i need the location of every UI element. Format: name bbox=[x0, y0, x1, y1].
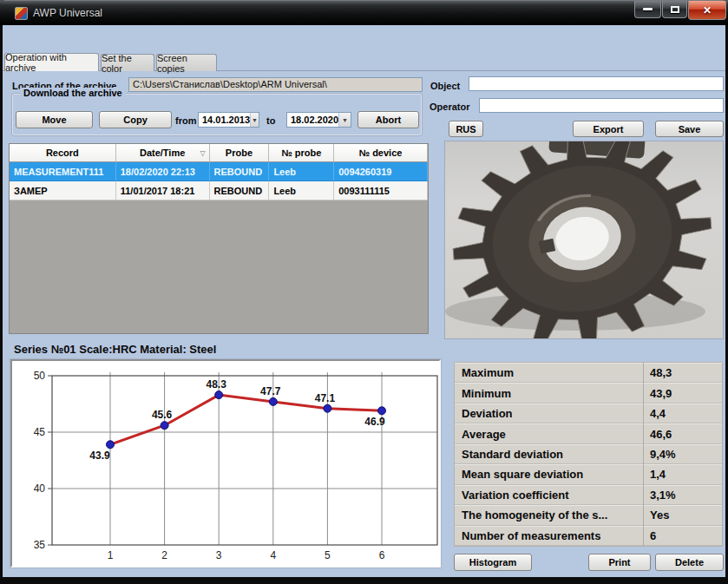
to-date-value: 18.02.2020 bbox=[287, 115, 338, 125]
stats-table[interactable]: Maximum48,3Minimum43,9Deviation4,4Averag… bbox=[454, 362, 723, 547]
histogram-button[interactable]: Histogram bbox=[454, 554, 532, 571]
table-cell[interactable]: REBOUND bbox=[210, 162, 270, 181]
stat-label: Minimum bbox=[455, 383, 643, 403]
stat-value: 43,9 bbox=[643, 383, 722, 403]
measurement-chart[interactable]: 3540455012345643.945.648.347.747.146.9 bbox=[10, 359, 441, 568]
from-date-select[interactable]: 14.01.2013 ▼ bbox=[198, 112, 259, 128]
stat-row[interactable]: Deviation4,4 bbox=[455, 404, 722, 423]
svg-text:4: 4 bbox=[270, 549, 276, 561]
stat-value: 6 bbox=[643, 526, 722, 546]
table-cell[interactable]: 0094260319 bbox=[334, 162, 428, 181]
from-label: from bbox=[175, 115, 196, 126]
close-button[interactable]: ✕ bbox=[688, 1, 726, 20]
window-title: AWP Universal bbox=[33, 7, 102, 19]
table-header-cell[interactable]: Probe bbox=[210, 144, 270, 162]
table-cell[interactable]: Leeb bbox=[269, 181, 334, 200]
tab-operation-with-archive[interactable]: Operation with archive bbox=[4, 53, 99, 71]
svg-text:50: 50 bbox=[34, 370, 46, 382]
minimize-icon bbox=[643, 8, 653, 10]
svg-text:3: 3 bbox=[216, 549, 222, 561]
from-date-value: 14.01.2013 bbox=[199, 115, 250, 125]
svg-text:40: 40 bbox=[34, 482, 46, 495]
move-button[interactable]: Move bbox=[16, 111, 93, 128]
save-button[interactable]: Save bbox=[655, 121, 724, 137]
svg-text:47.1: 47.1 bbox=[315, 392, 336, 404]
stat-row[interactable]: Mean square deviation1,4 bbox=[455, 464, 722, 484]
object-field[interactable] bbox=[469, 76, 724, 91]
minimize-button[interactable] bbox=[634, 1, 661, 18]
table-row[interactable]: ЗАМЕР11/01/2017 18:21REBOUNDLeeb00931111… bbox=[10, 181, 428, 200]
milling-cutter-image bbox=[445, 141, 724, 339]
app-window: AWP Universal ✕ Operation with archive S… bbox=[0, 0, 728, 584]
records-table[interactable]: RecordDate/Time▽Probe№ probe№ deviceMEAS… bbox=[9, 143, 429, 334]
maximize-icon bbox=[671, 6, 679, 13]
stat-row[interactable]: Maximum48,3 bbox=[455, 363, 722, 383]
client-area: Operation with archive Set the color Scr… bbox=[3, 25, 725, 577]
stat-label: Maximum bbox=[455, 363, 643, 383]
stat-label: Variation coefficient bbox=[455, 485, 643, 505]
stat-row[interactable]: Number of measurements6 bbox=[455, 526, 722, 546]
tab-set-the-color[interactable]: Set the color bbox=[101, 54, 154, 71]
stat-value: 1,4 bbox=[643, 464, 722, 484]
stat-label: Number of measurements bbox=[455, 526, 643, 546]
close-icon: ✕ bbox=[703, 5, 712, 16]
svg-text:2: 2 bbox=[161, 549, 167, 561]
svg-text:46.9: 46.9 bbox=[364, 416, 385, 428]
titlebar[interactable]: AWP Universal ✕ bbox=[0, 0, 728, 25]
table-header-row: RecordDate/Time▽Probe№ probe№ device bbox=[10, 144, 428, 162]
series-title: Series №01 Scale:HRC Material: Steel bbox=[14, 343, 216, 356]
export-button[interactable]: Export bbox=[573, 121, 644, 137]
rus-button[interactable]: RUS bbox=[449, 121, 483, 137]
object-label: Object bbox=[430, 81, 460, 91]
table-header-cell[interactable]: Date/Time▽ bbox=[116, 144, 210, 162]
stat-value: 46,6 bbox=[643, 423, 722, 443]
dropdown-icon[interactable]: ▼ bbox=[338, 113, 351, 127]
stat-label: Average bbox=[455, 423, 643, 443]
svg-text:35: 35 bbox=[34, 539, 46, 551]
table-header-cell[interactable]: № probe bbox=[269, 144, 334, 162]
stat-label: Mean square deviation bbox=[455, 464, 643, 484]
stat-row[interactable]: The homogeneity of the s...Yes bbox=[455, 505, 722, 525]
stat-value: 4,4 bbox=[643, 404, 722, 423]
to-date-select[interactable]: 18.02.2020 ▼ bbox=[286, 112, 351, 128]
stat-value: 48,3 bbox=[643, 363, 722, 383]
stat-label: Standard deviation bbox=[455, 444, 643, 464]
table-cell[interactable]: ЗАМЕР bbox=[10, 181, 116, 200]
operator-label: Operator bbox=[430, 102, 469, 112]
print-button[interactable]: Print bbox=[588, 554, 651, 571]
table-cell[interactable]: MEASUREMENT111 bbox=[10, 162, 116, 181]
table-row[interactable]: MEASUREMENT11118/02/2020 22:13REBOUNDLee… bbox=[10, 162, 428, 181]
stat-row[interactable]: Variation coefficient3,1% bbox=[455, 485, 722, 505]
table-cell[interactable]: REBOUND bbox=[210, 181, 270, 200]
app-icon bbox=[15, 7, 28, 20]
table-cell[interactable]: 0093111115 bbox=[334, 181, 428, 200]
to-label: to bbox=[266, 115, 275, 126]
delete-button[interactable]: Delete bbox=[655, 554, 724, 571]
dropdown-icon[interactable]: ▼ bbox=[250, 113, 259, 127]
stat-row[interactable]: Minimum43,9 bbox=[455, 383, 722, 403]
table-cell[interactable]: Leeb bbox=[269, 162, 334, 181]
table-header-cell[interactable]: Record bbox=[10, 144, 116, 162]
picture-box bbox=[444, 141, 724, 339]
abort-button[interactable]: Abort bbox=[357, 111, 419, 128]
svg-text:5: 5 bbox=[325, 549, 331, 561]
stat-row[interactable]: Standard deviation9,4% bbox=[455, 444, 722, 464]
table-cell[interactable]: 11/01/2017 18:21 bbox=[116, 181, 210, 200]
copy-button[interactable]: Copy bbox=[99, 111, 172, 128]
stat-value: Yes bbox=[643, 505, 722, 525]
table-cell[interactable]: 18/02/2020 22:13 bbox=[116, 162, 210, 181]
svg-text:47.7: 47.7 bbox=[260, 385, 281, 397]
svg-text:45: 45 bbox=[34, 426, 46, 438]
archive-location-field[interactable]: C:\Users\Станислав\Desktop\ARM Universal… bbox=[128, 77, 423, 92]
svg-text:45.6: 45.6 bbox=[152, 409, 173, 421]
svg-text:43.9: 43.9 bbox=[89, 449, 110, 462]
svg-text:1: 1 bbox=[108, 549, 114, 561]
operator-field[interactable] bbox=[479, 98, 724, 113]
stat-label: The homogeneity of the s... bbox=[455, 505, 643, 525]
maximize-button[interactable] bbox=[662, 1, 687, 18]
table-header-cell[interactable]: № device bbox=[334, 144, 428, 162]
stat-value: 3,1% bbox=[643, 485, 722, 505]
stat-row[interactable]: Average46,6 bbox=[455, 423, 722, 443]
tab-screen-copies[interactable]: Screen copies bbox=[156, 54, 217, 71]
download-archive-label: Download the archive bbox=[20, 88, 126, 98]
